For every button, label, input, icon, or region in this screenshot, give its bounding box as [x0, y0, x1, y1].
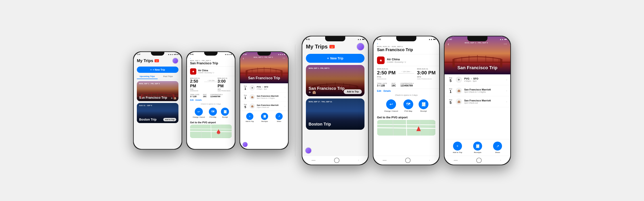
- airline-logo: ★: [190, 68, 196, 75]
- nav-home-5[interactable]: [405, 158, 410, 163]
- itin-date-l3: Sep 5: [448, 99, 454, 105]
- avatar-large[interactable]: [356, 43, 364, 51]
- edit-large[interactable]: Edit: [377, 90, 381, 92]
- add-icon-3: +: [246, 113, 253, 120]
- avatar[interactable]: [172, 58, 178, 64]
- receipt-btn-large[interactable]: 🧾 Receipt: [418, 99, 428, 112]
- itin-item-3[interactable]: Sep 5 🏨 San Francisco Marriott 12pm Chec…: [240, 102, 288, 111]
- action-buttons: ↩ Change / Cancel 🗺 PVG Map 🧾 Receipt: [187, 106, 235, 120]
- add-btn-large[interactable]: Add to Trip: [344, 89, 362, 94]
- term-gate-large: TERM / GATE 3 / 12B: [377, 83, 387, 87]
- back-btn-6[interactable]: ‹: [448, 42, 449, 46]
- screen-trip-detail-large: 9:41 ▲▲ ■■ ‹ MON, AUG 31 - SUN, SEP 6 Sa…: [374, 36, 439, 165]
- itin-item-l1[interactable]: Sep 5 ✈ PVG → SFO 2:50pm - 3pm ›: [444, 74, 510, 85]
- nav-home-6[interactable]: [476, 158, 482, 163]
- conf-label: CONFIRMATION #: [210, 94, 223, 95]
- airline-star-large: ★: [379, 58, 382, 62]
- boston-trip-card-large[interactable]: MON, SEP 17 - THU, SEP 21 Boston Trip: [306, 98, 364, 130]
- tg-val: 3 / 12B: [377, 84, 387, 87]
- change-label-large: Change / Cancel: [384, 110, 398, 112]
- airline-sub: CA848 • Economy / J: [198, 72, 232, 74]
- phone-5: 9:41 ▲▲ ■■ ‹ MON, AUG 31 - SUN, SEP 6 Sa…: [373, 36, 440, 165]
- signal-5: ▲▲: [428, 38, 432, 40]
- new-trip-button[interactable]: + + New Trip: [137, 67, 178, 73]
- change-cancel-btn[interactable]: ↩ Change / Cancel: [193, 108, 205, 118]
- depart-date-large: MON AUG 31: [377, 68, 396, 70]
- seat-info: SEAT 18C: [203, 94, 206, 98]
- back-row-large[interactable]: ‹: [377, 42, 436, 45]
- more-btn-6[interactable]: ⋯: [504, 42, 507, 46]
- bridge-silhouette-3: [240, 66, 288, 77]
- nav-back-6[interactable]: ‹: [500, 159, 501, 162]
- add-to-trip-large[interactable]: + Add to Trip: [453, 142, 462, 153]
- status-time-3: 1:47: [243, 53, 247, 55]
- edit-link[interactable]: Edit: [190, 99, 194, 101]
- nav-home[interactable]: [334, 158, 340, 163]
- notch-3: [258, 52, 271, 56]
- svg-rect-19: [281, 71, 283, 77]
- conf-val: 123456789: [210, 95, 223, 98]
- map-preview[interactable]: [190, 125, 232, 138]
- status-icons-3: ▲▲▲ ■: [278, 53, 285, 55]
- receipt-icon-large: 🧾: [418, 99, 428, 109]
- notch-1: [151, 52, 164, 56]
- nav-back-5[interactable]: ‹: [429, 159, 430, 162]
- itinerary-large: Sep 5 ✈ PVG → SFO 2:50pm - 3pm › Sep: [444, 74, 510, 107]
- signal-4: ▲▲: [357, 38, 361, 40]
- pvg-btn-large[interactable]: 🗺 PVG Map: [404, 99, 413, 112]
- add-to-trip-bottom[interactable]: + Add to Trip: [246, 113, 254, 122]
- share-label: Share: [277, 121, 281, 122]
- map-large[interactable]: [377, 120, 436, 136]
- change-icon-large: ↩: [386, 99, 396, 109]
- flight-duration: ~ 11h 10m: [204, 80, 218, 82]
- receipts-icon: 🧾: [261, 113, 268, 120]
- receipts-btn[interactable]: 🧾 Receipts: [261, 113, 268, 122]
- plus-icon: +: [150, 68, 152, 71]
- itin-item-l2[interactable]: Sep 1 🏨 San Francisco Marriott 3pm Check…: [444, 85, 510, 96]
- phone-6: 1:47 ▲▲ ■■ ‹ MON, SEP 1 - FRI, SEP 5 ⋯: [444, 36, 511, 165]
- add-to-trip-btn[interactable]: Add to Trip: [163, 118, 176, 121]
- itin-date-2: Sep 1: [243, 94, 248, 100]
- airline-sub-large: CA848 • Economy / J: [387, 61, 406, 63]
- pvg-map-btn[interactable]: 🗺 PVG Map: [209, 108, 217, 118]
- new-trip-btn-large[interactable]: + New Trip: [306, 54, 364, 63]
- sf-nav-large: ‹ MON, SEP 1 - FRI, SEP 5 ⋯: [444, 42, 510, 46]
- boston-trip-card[interactable]: AUG 31 - SEP 5 Boston Trip Add to Trip: [137, 103, 178, 123]
- share-icon-large: ↗: [493, 142, 502, 151]
- notch-5: [396, 36, 416, 41]
- tab-upcoming[interactable]: Upcoming Trips: [137, 74, 158, 79]
- mytrips-header-large: My Trips 🔥: [302, 41, 368, 52]
- itin-item-2[interactable]: Sep 1 🏨 San Francisco Marriott 3pm Check…: [240, 92, 288, 102]
- detail-header-large: ‹ MON, AUG 31 - SUN, SEP 6 San Francisco…: [374, 41, 439, 54]
- receipts-icon-large: 🧾: [473, 142, 482, 151]
- itin-item-l3[interactable]: Sep 5 🏨 San Francisco Marriott 2pm Check…: [444, 96, 510, 107]
- receipts-large[interactable]: 🧾 Receipts: [473, 142, 482, 153]
- screen-sf-large: 1:47 ▲▲ ■■ ‹ MON, SEP 1 - FRI, SEP 5 ⋯: [444, 36, 510, 165]
- arrive-date-large: MON AUG 31: [417, 68, 436, 70]
- signal-2: ▲▲▲: [224, 53, 230, 55]
- sf-trip-card[interactable]: MON, SEP 1 - FRI, SEP 5 San Francisco Tr…: [137, 81, 178, 101]
- phone-2: 9:41 ▲▲▲ ■ ‹ MON, SEP 1 - FRI, SEP 5 San…: [186, 51, 236, 150]
- trip-detail-header: ‹ MON, SEP 1 - FRI, SEP 5 San Francisco …: [187, 56, 235, 67]
- receipt-btn[interactable]: 🧾 Receipt: [221, 108, 229, 118]
- details-large[interactable]: Details: [384, 90, 391, 92]
- battery-3: ■: [284, 53, 285, 55]
- itin-item-1[interactable]: Sep 1 ✈ PVG → SFO 2:50pm - 3pm ›: [240, 83, 288, 92]
- more-btn-3[interactable]: ⋯: [283, 56, 285, 60]
- itin-arrow-l2: ›: [506, 89, 507, 92]
- nav-back[interactable]: ‹: [358, 159, 359, 162]
- sf-trip-card-large[interactable]: MON, SEP 1 - FRI, SEP 5 San Francisco Tr…: [306, 65, 364, 96]
- badge-large: 🔥: [330, 45, 335, 48]
- back-btn-3[interactable]: ‹: [243, 56, 244, 60]
- back-row[interactable]: ‹: [190, 57, 232, 59]
- arrive-col-large: MON AUG 31 3:00 PM SFO SAN FRANCISCO: [417, 68, 436, 80]
- detail-title: San Francisco Trip: [190, 61, 232, 65]
- itin-date-l2: Sep 1: [448, 88, 454, 94]
- details-link[interactable]: Details: [196, 99, 202, 101]
- itin-icon-1: ✈: [250, 85, 255, 90]
- itin-text-l2: San Francisco Marriott 3pm Check-in • 4 …: [464, 88, 504, 93]
- change-btn-large[interactable]: ↩ Change / Cancel: [384, 99, 398, 112]
- share-large[interactable]: ↗ Share: [493, 142, 502, 153]
- share-btn[interactable]: ↗ Share: [276, 113, 283, 122]
- tab-past[interactable]: Past Trips: [158, 74, 178, 79]
